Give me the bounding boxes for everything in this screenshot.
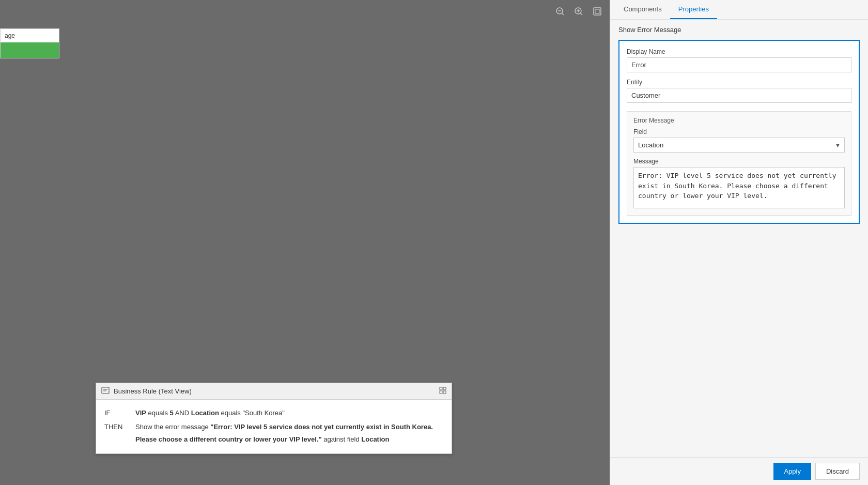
if-content: VIP equals 5 AND Location equals "South … (135, 407, 443, 419)
action-field: Location (361, 435, 389, 443)
apply-button[interactable]: Apply (773, 463, 811, 480)
business-rule-icon (101, 386, 110, 396)
vip-field: VIP (135, 409, 146, 417)
business-rule-header: Business Rule (Text View) (96, 383, 452, 400)
svg-line-2 (562, 13, 564, 16)
condition-text: VIP equals 5 AND Location equals "South … (135, 409, 285, 417)
if-row: IF VIP equals 5 AND Location equals "Sou… (104, 407, 443, 419)
panel-footer: Apply Discard (610, 457, 868, 485)
business-rule-title: Business Rule (Text View) (114, 387, 192, 395)
zoom-out-icon[interactable] (553, 4, 567, 19)
and-op: AND (175, 409, 191, 417)
field-select[interactable]: Location VIP Name Email (633, 138, 845, 153)
svg-rect-12 (440, 387, 442, 390)
fit-screen-icon[interactable] (590, 4, 605, 19)
selected-block: Display Name Entity Error Message Field … (618, 40, 860, 224)
field-label: Field (633, 128, 845, 135)
business-rule-body: IF VIP equals 5 AND Location equals "Sou… (96, 400, 452, 453)
section-title: Show Error Message (618, 26, 860, 34)
vip-value: 5 (170, 409, 174, 417)
svg-rect-15 (443, 391, 446, 393)
svg-rect-14 (440, 391, 442, 393)
then-content: Show the error message "Error: VIP level… (135, 421, 443, 445)
svg-line-6 (581, 13, 583, 16)
discard-button[interactable]: Discard (815, 463, 860, 480)
panel-tabs: Components Properties (610, 0, 868, 20)
south-korea-value: "South Korea" (242, 409, 285, 417)
tab-components[interactable]: Components (615, 0, 670, 19)
entity-label: Entity (627, 79, 851, 86)
svg-rect-13 (443, 387, 446, 390)
properties-panel: Components Properties Show Error Message… (610, 0, 868, 485)
equals-op2: equals (221, 409, 243, 417)
then-label: THEN (104, 421, 135, 445)
action-text: Show the error message "Error: VIP level… (135, 423, 433, 443)
canvas-area: age Business Rule (Text View) (0, 0, 610, 485)
zoom-in-icon[interactable] (571, 4, 586, 19)
expand-icon[interactable] (439, 387, 446, 396)
display-name-label: Display Name (627, 48, 851, 55)
location-field: Location (191, 409, 219, 417)
business-rule-panel: Business Rule (Text View) IF VIP equals (96, 383, 452, 454)
display-name-input[interactable] (627, 57, 851, 72)
message-textarea[interactable]: Error: VIP level 5 service does not yet … (633, 167, 845, 208)
header-left: Business Rule (Text View) (101, 386, 192, 396)
canvas-toolbar (553, 4, 605, 19)
then-row: THEN Show the error message "Error: VIP … (104, 421, 443, 445)
error-message-section: Error Message Field Location VIP Name Em… (627, 111, 851, 216)
panel-content: Show Error Message Display Name Entity E… (610, 20, 868, 457)
svg-rect-7 (594, 8, 601, 15)
entity-input[interactable] (627, 88, 851, 103)
svg-rect-8 (595, 9, 599, 13)
message-label: Message (633, 158, 845, 165)
canvas-card-text: age (1, 29, 59, 42)
canvas-card-green-bar (1, 42, 59, 58)
tab-properties[interactable]: Properties (670, 0, 717, 19)
equals-op1: equals (148, 409, 170, 417)
field-select-wrapper: Location VIP Name Email ▼ (633, 138, 845, 153)
if-label: IF (104, 407, 135, 419)
error-message-section-label: Error Message (633, 117, 845, 124)
canvas-card: age (0, 28, 59, 58)
svg-rect-9 (102, 387, 109, 393)
